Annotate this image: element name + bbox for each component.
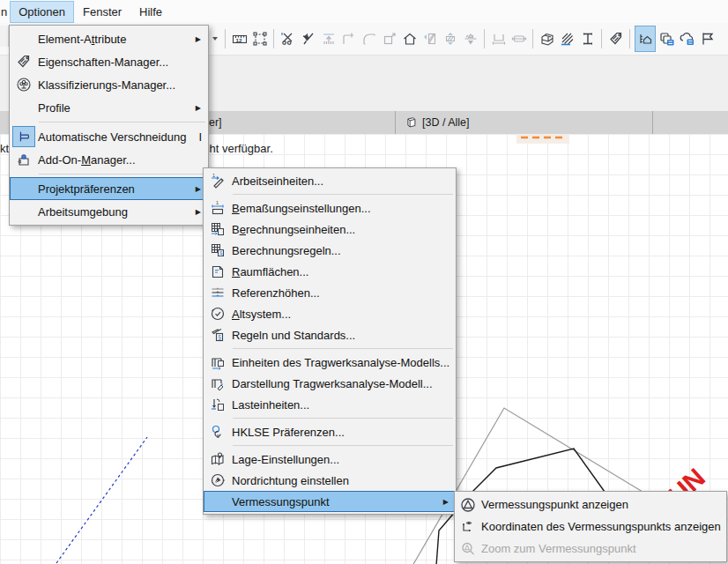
menu-item-darstellung-tragwerksanalyse[interactable]: Darstellung Tragwerksanalyse-Modell...	[204, 373, 456, 394]
svg-text:12: 12	[235, 36, 241, 42]
menu-item-berechnungsregeln[interactable]: § Berechnungsregeln...	[204, 240, 456, 261]
menu-item-element-attribute[interactable]: Element-Attribute ▶	[10, 27, 208, 50]
status-message-fragment-left: kt	[0, 142, 9, 155]
svg-text:§: §	[219, 250, 223, 256]
svg-text:1: 1	[216, 200, 219, 205]
tab-separator	[652, 111, 653, 134]
toolbar-separator	[532, 29, 533, 48]
mep-icon: 1	[204, 424, 232, 440]
svg-text:1: 1	[212, 173, 215, 178]
tag-label-icon[interactable]	[606, 26, 625, 51]
menu-item-projektpraeferenzen[interactable]: Projektpräferenzen ▶	[10, 177, 208, 200]
door-panel-icon	[420, 26, 439, 51]
zones-icon	[204, 263, 232, 279]
menu-item-bemassungseinstellungen[interactable]: 1 Bemaßungseinstellungen...	[204, 197, 456, 219]
shortcut-label: I	[198, 130, 216, 144]
north-compass-icon	[204, 472, 232, 488]
toolbar-separator	[601, 29, 602, 48]
menu-item-profile[interactable]: Profile ▶	[10, 96, 208, 119]
calc-rules-icon: §	[204, 242, 232, 258]
tab-separator	[395, 111, 396, 134]
menu-item-raumflaechen[interactable]: Raumflächen...	[204, 261, 456, 282]
location-map-icon	[204, 451, 232, 467]
3d-box-icon	[404, 115, 418, 130]
structural-units-icon	[204, 354, 232, 370]
menu-item-lasteinheiten[interactable]: Lasteinheiten...	[204, 394, 456, 415]
menu-item-add-on-manager[interactable]: Add-On-Manager...	[10, 148, 208, 171]
rules-standards-icon: §	[204, 327, 232, 343]
hatch-direction-icon	[441, 26, 459, 51]
marquee-select-icon[interactable]	[250, 26, 269, 51]
menu-item-nordrichtung-einstellen[interactable]: Nordrichtung einstellen	[204, 470, 456, 491]
submenu-arrow-icon: ▶	[196, 104, 203, 112]
menu-item-berechnungseinheiten[interactable]: Berechnungseinheiten...	[204, 219, 456, 240]
project-preferences-menu: 1 Arbeitseinheiten... 1 Bemaßungseinstel…	[203, 167, 457, 515]
legacy-clock-icon	[204, 306, 232, 322]
menu-separator	[39, 122, 205, 122]
survey-point-icon	[455, 497, 481, 513]
menu-item-hklse-praeferenzen[interactable]: 1 HKLSE Präferenzen...	[204, 421, 456, 442]
menu-item-einheiten-tragwerksanalyse[interactable]: Einheiten des Tragwerksanalyse-Modells..…	[204, 352, 456, 373]
trim-corner-icon	[339, 26, 358, 51]
dimension-bracket-icon	[489, 26, 508, 51]
reference-levels-icon	[204, 285, 232, 301]
toolbar-separator	[273, 29, 274, 48]
menu-item-klassifizierungs-manager[interactable]: Klassifizierungs-Manager...	[10, 73, 208, 96]
cloud-settings-badge-icon[interactable]	[678, 26, 696, 51]
menu-separator	[233, 418, 453, 419]
fillet-icon	[360, 26, 378, 51]
toolbar-separator	[629, 29, 630, 48]
menubar-clipped-item[interactable]: n	[0, 2, 10, 22]
toolbar-separator	[225, 29, 226, 48]
tab-3d-alle[interactable]: [3D / Alle]	[398, 111, 475, 134]
hatch-lines-icon[interactable]	[558, 26, 576, 51]
menubar-item-hilfe[interactable]: Hilfe	[130, 1, 171, 23]
zoom-survey-icon	[455, 541, 481, 557]
adjust-axe-icon[interactable]	[299, 26, 317, 51]
menu-item-altsystem[interactable]: Altsystem...	[204, 303, 456, 324]
dropdown-chevron-icon[interactable]	[209, 26, 220, 51]
menu-item-arbeitsumgebung[interactable]: Arbeitsumgebung ▶	[10, 200, 208, 223]
menu-bar: n Optionen Fenster Hilfe	[0, 0, 728, 23]
calc-units-icon	[204, 221, 232, 237]
submenu-arrow-icon: ▶	[196, 35, 203, 43]
menu-item-referenzhoehen[interactable]: Referenzhöhen...	[204, 282, 456, 303]
toolbar-clipped-icon	[0, 26, 9, 47]
survey-point-menu: Vermessungspunkt anzeigen Koordinaten de…	[454, 491, 727, 562]
tab-clipped[interactable]: er]	[209, 116, 222, 129]
roof-house-icon[interactable]	[400, 26, 419, 51]
split-scissors-icon[interactable]	[279, 26, 297, 51]
resize-box-icon	[380, 26, 398, 51]
menu-separator	[39, 174, 205, 174]
menu-item-lage-einstellungen[interactable]: Lage-Einstellungen...	[204, 449, 456, 470]
svg-text:§: §	[218, 334, 221, 340]
intersection-icon-checked	[12, 126, 35, 147]
menubar-item-optionen[interactable]: Optionen	[10, 1, 74, 23]
menu-separator	[233, 194, 453, 195]
load-units-icon	[204, 397, 232, 412]
brick-wall-icon[interactable]	[538, 26, 556, 51]
menu-item-vermessungspunkt[interactable]: Vermessungspunkt ▶	[204, 491, 456, 512]
tag-icon	[10, 54, 38, 70]
menu-separator	[233, 348, 453, 349]
menu-item-vermessungspunkt-anzeigen[interactable]: Vermessungspunkt anzeigen	[455, 494, 726, 516]
coordinates-eye-icon	[455, 519, 481, 535]
addon-puzzle-icon	[10, 152, 38, 167]
flag-icon[interactable]	[698, 26, 717, 51]
menubar-item-fenster[interactable]: Fenster	[74, 1, 130, 23]
ruler-12-icon[interactable]: 12	[230, 26, 249, 51]
quick-options-icon[interactable]	[635, 26, 656, 52]
copy-settings-badge-icon[interactable]	[657, 26, 676, 51]
submenu-arrow-icon: ▶	[443, 498, 450, 506]
steel-profile-icon[interactable]	[578, 26, 597, 51]
menu-item-regeln-und-standards[interactable]: § Regeln und Standards...	[204, 324, 456, 345]
level-datum-icon	[461, 26, 479, 51]
menu-item-automatische-verschneidung[interactable]: Automatische Verschneidung I	[10, 125, 208, 148]
toolbar-separator	[484, 29, 485, 48]
menu-item-eigenschaften-manager[interactable]: Eigenschaften-Manager...	[10, 50, 208, 73]
menu-separator	[233, 445, 453, 446]
menu-item-zoom-zum-vermessungspunkt[interactable]: Zoom zum Vermessungspunkt	[455, 538, 726, 560]
menu-item-koordinaten-anzeigen[interactable]: Koordinaten des Vermessungspunkts anzeig…	[455, 516, 726, 538]
menu-item-arbeitseinheiten[interactable]: 1 Arbeitseinheiten...	[204, 170, 456, 191]
work-units-icon: 1	[204, 173, 232, 189]
